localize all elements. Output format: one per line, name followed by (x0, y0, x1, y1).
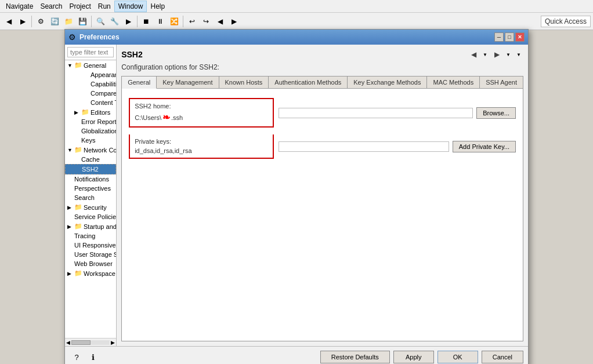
toolbar-btn-9[interactable]: ⏸ (154, 15, 167, 28)
menubar: Navigate Search Project Run Window Help (0, 0, 593, 13)
toolbar-btn-6[interactable]: 🔧 (108, 15, 121, 28)
preferences-dialog: ⚙ Preferences ─ □ ✕ ▼ 📁 General (64, 29, 529, 30)
toolbar-btn-1[interactable]: ⚙ (34, 15, 47, 28)
toolbar-sep-3 (137, 16, 138, 27)
toolbar-sep-4 (183, 16, 183, 27)
toolbar: ◀ ▶ ⚙ 🔄 📁 💾 🔍 🔧 ▶ ⏹ ⏸ 🔀 ↩ ↪ ◀ ▶ Quick Ac… (0, 13, 593, 30)
dialog-titlebar: ⚙ Preferences ─ □ ✕ (65, 30, 528, 30)
toolbar-btn-4[interactable]: 💾 (76, 15, 89, 28)
menu-run[interactable]: Run (95, 1, 114, 12)
toolbar-sep-1 (31, 16, 32, 27)
toolbar-btn-8[interactable]: ⏹ (140, 15, 153, 28)
menu-navigate[interactable]: Navigate (2, 1, 37, 12)
toolbar-btn-13[interactable]: ◀ (214, 15, 226, 28)
toolbar-back-btn[interactable]: ◀ (2, 15, 15, 28)
menu-project[interactable]: Project (66, 1, 94, 12)
menu-search[interactable]: Search (37, 1, 66, 12)
toolbar-btn-14[interactable]: ▶ (227, 15, 240, 28)
quick-access-label[interactable]: Quick Access (541, 16, 591, 27)
menu-help[interactable]: Help (147, 1, 168, 12)
toolbar-sep-2 (91, 16, 92, 27)
toolbar-forward-btn[interactable]: ▶ (16, 15, 29, 28)
toolbar-btn-7[interactable]: ▶ (122, 15, 135, 28)
menu-window[interactable]: Window (114, 1, 147, 12)
toolbar-btn-12[interactable]: ↪ (200, 15, 212, 28)
toolbar-btn-3[interactable]: 📁 (62, 15, 75, 28)
toolbar-btn-11[interactable]: ↩ (186, 15, 198, 28)
toolbar-btn-10[interactable]: 🔀 (168, 15, 180, 28)
toolbar-btn-5[interactable]: 🔍 (94, 15, 107, 28)
toolbar-btn-2[interactable]: 🔄 (48, 15, 61, 28)
